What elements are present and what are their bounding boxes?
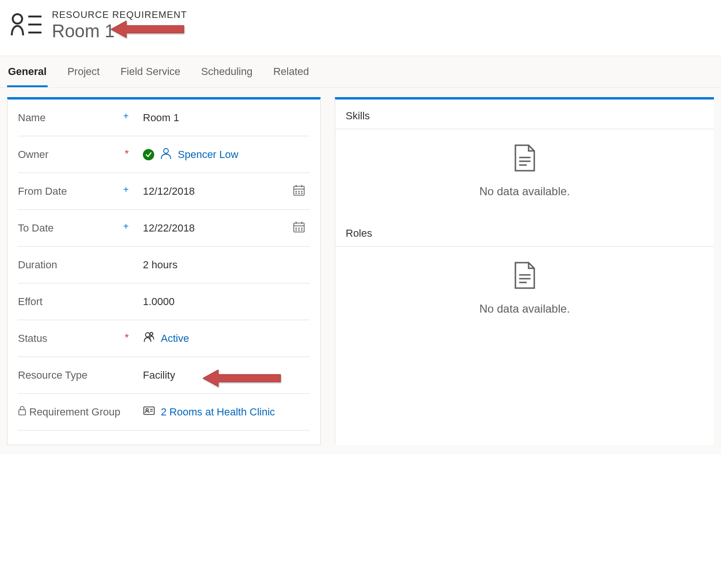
page-header: RESOURCE REQUIREMENT Room 1 [0, 0, 721, 56]
id-card-icon [143, 405, 155, 420]
person-icon [160, 147, 172, 162]
tab-project[interactable]: Project [66, 61, 100, 87]
svg-point-23 [298, 230, 299, 231]
status-icon [143, 331, 155, 346]
status-label: Status [18, 332, 47, 345]
svg-point-12 [296, 193, 297, 194]
svg-point-29 [146, 408, 149, 411]
roles-empty-text: No data available. [479, 302, 570, 315]
svg-point-26 [150, 332, 153, 335]
svg-point-4 [164, 149, 168, 153]
svg-rect-27 [19, 410, 25, 415]
svg-point-13 [298, 193, 299, 194]
svg-point-14 [301, 193, 302, 194]
tab-bar: General Project Field Service Scheduling… [0, 56, 721, 88]
resource-requirement-icon [9, 12, 42, 40]
skills-section-title: Skills [335, 99, 714, 129]
field-effort[interactable]: Effort 1.0000 [18, 283, 310, 320]
recommended-indicator-icon: + [123, 221, 129, 232]
field-to-date[interactable]: To Date + 12/22/2018 [18, 210, 310, 247]
field-duration[interactable]: Duration 2 hours [18, 247, 310, 283]
field-resource-type[interactable]: Resource Type Facility [18, 357, 310, 394]
verified-icon [143, 149, 154, 160]
related-panel: Skills No data available. Roles [335, 97, 714, 445]
requirement-group-value[interactable]: 2 Rooms at Health Clinic [161, 406, 275, 418]
required-indicator-icon: * [124, 148, 129, 160]
general-panel: Name + Room 1 Owner * Spence [7, 97, 321, 445]
svg-point-24 [301, 230, 302, 231]
svg-rect-28 [144, 407, 154, 414]
requirement-group-label: Requirement Group [29, 406, 120, 418]
document-icon [513, 261, 537, 292]
field-status[interactable]: Status * Active [18, 320, 310, 357]
from-date-label: From Date [18, 185, 67, 198]
calendar-icon[interactable] [293, 184, 305, 199]
svg-point-20 [298, 228, 299, 229]
owner-label: Owner [18, 149, 49, 161]
recommended-indicator-icon: + [123, 111, 129, 122]
to-date-value: 12/22/2018 [143, 222, 195, 234]
duration-value: 2 hours [143, 259, 177, 271]
effort-value: 1.0000 [143, 296, 174, 308]
skills-empty-text: No data available. [479, 185, 570, 198]
required-indicator-icon: * [124, 331, 129, 344]
svg-point-21 [301, 228, 302, 229]
lock-icon [18, 406, 26, 419]
document-icon [513, 143, 537, 174]
owner-value[interactable]: Spencer Low [178, 149, 238, 161]
to-date-label: To Date [18, 222, 54, 234]
status-value[interactable]: Active [161, 332, 189, 345]
field-owner[interactable]: Owner * Spencer Low [18, 136, 310, 173]
svg-point-0 [13, 14, 22, 24]
field-requirement-group[interactable]: Requirement Group 2 Rooms at Health Clin… [18, 394, 310, 431]
field-from-date[interactable]: From Date + 12/12/2018 [18, 173, 310, 210]
roles-section-title: Roles [335, 217, 714, 247]
tab-general[interactable]: General [7, 61, 48, 87]
svg-point-11 [301, 191, 302, 192]
roles-empty-state: No data available. [335, 247, 714, 334]
page-title: Room 1 [52, 21, 187, 41]
name-label: Name [18, 112, 46, 124]
from-date-value: 12/12/2018 [143, 185, 195, 198]
tab-scheduling[interactable]: Scheduling [200, 61, 254, 87]
name-value: Room 1 [143, 112, 179, 124]
recommended-indicator-icon: + [123, 184, 129, 195]
resource-type-value: Facility [143, 369, 175, 381]
entity-type-label: RESOURCE REQUIREMENT [52, 9, 187, 20]
duration-label: Duration [18, 259, 57, 271]
skills-empty-state: No data available. [335, 129, 714, 217]
field-name[interactable]: Name + Room 1 [18, 99, 310, 136]
tab-related[interactable]: Related [272, 61, 310, 87]
svg-point-19 [296, 228, 297, 229]
svg-point-10 [298, 191, 299, 192]
svg-point-9 [296, 191, 297, 192]
svg-point-22 [296, 230, 297, 231]
calendar-icon[interactable] [293, 221, 305, 236]
tab-field-service[interactable]: Field Service [119, 61, 181, 87]
resource-type-label: Resource Type [18, 369, 88, 381]
svg-point-25 [146, 332, 150, 337]
effort-label: Effort [18, 296, 42, 308]
